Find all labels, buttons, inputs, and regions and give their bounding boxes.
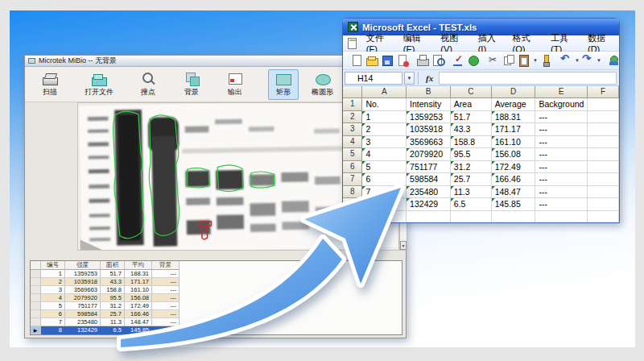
column-header-0[interactable]: 编号 — [41, 261, 65, 270]
table-cell[interactable]: --- — [152, 286, 180, 294]
cell-D6[interactable]: 172.49 — [492, 161, 536, 174]
column-header-D[interactable]: D — [492, 86, 536, 98]
cell-C4[interactable]: 158.8 — [451, 136, 492, 149]
cell-B3[interactable]: 1035918 — [407, 123, 451, 136]
cell-F10[interactable] — [588, 211, 619, 223]
undo-dropdown-icon[interactable]: ▼ — [575, 58, 580, 63]
column-header-3[interactable]: 平均 — [125, 261, 152, 270]
research-icon[interactable] — [467, 54, 481, 67]
cell-D7[interactable]: 166.46 — [492, 173, 536, 186]
format-painter-icon[interactable] — [539, 54, 553, 67]
table-cell[interactable]: 3 — [41, 286, 65, 294]
table-cell[interactable]: --- — [152, 302, 180, 310]
cell-B1[interactable]: Intensity — [407, 98, 451, 111]
row-selector-cell[interactable] — [31, 310, 41, 318]
table-cell[interactable]: 6 — [41, 310, 65, 318]
cell-C2[interactable]: 51.7 — [451, 111, 492, 124]
toolbar-button-search-point[interactable]: 搜点 — [133, 69, 163, 100]
scrollbar-down-arrow-icon[interactable]: ▼ — [400, 241, 407, 250]
toolbar-button-output[interactable]: 输出 — [220, 69, 250, 100]
table-cell[interactable]: 2079920 — [65, 294, 101, 302]
row-selector-cell[interactable] — [31, 270, 41, 278]
cell-A3[interactable]: 2 — [362, 123, 407, 136]
table-cell[interactable]: 1035918 — [65, 278, 101, 286]
spelling-icon[interactable] — [452, 54, 465, 67]
save-icon[interactable] — [381, 54, 394, 67]
cell-B5[interactable]: 2079920 — [407, 148, 451, 161]
cell-D2[interactable]: 188.31 — [492, 111, 536, 124]
paste-dropdown-icon[interactable]: ▼ — [533, 58, 538, 63]
cell-F2[interactable] — [588, 111, 619, 124]
undo-icon[interactable] — [559, 54, 573, 67]
table-row[interactable]: 723548011.3148.47--- — [31, 318, 402, 326]
table-row[interactable]: 33569663158.8161.10--- — [31, 286, 402, 294]
table-cell[interactable]: 7 — [41, 318, 65, 326]
row-header-10[interactable]: 10 — [343, 211, 362, 223]
cell-E8[interactable]: --- — [535, 186, 587, 199]
cell-A8[interactable]: 7 — [362, 186, 407, 199]
table-row[interactable]: 575117731.2172.49--- — [31, 302, 402, 310]
cell-A7[interactable]: 6 — [362, 173, 407, 186]
cell-E7[interactable]: --- — [535, 173, 587, 186]
cell-E5[interactable]: --- — [535, 148, 587, 161]
cell-F5[interactable] — [588, 148, 619, 161]
new-icon[interactable] — [350, 54, 364, 67]
table-cell[interactable]: 95.5 — [101, 294, 125, 302]
cell-C8[interactable]: 11.3 — [451, 186, 492, 199]
cell-F9[interactable] — [588, 198, 619, 211]
cell-D5[interactable]: 156.08 — [492, 148, 536, 161]
cell-A5[interactable]: 4 — [362, 148, 407, 161]
toolbar-button-open-file[interactable]: 打开文件 — [78, 69, 120, 100]
cell-D1[interactable]: Average — [492, 98, 536, 111]
row-selector-cell[interactable] — [31, 278, 41, 286]
table-cell[interactable]: 2 — [41, 278, 65, 286]
cell-E6[interactable]: --- — [535, 161, 587, 174]
table-cell[interactable]: 11.3 — [101, 318, 125, 326]
cell-F3[interactable] — [588, 123, 619, 136]
cell-C3[interactable]: 43.3 — [451, 123, 492, 136]
cell-A6[interactable]: 5 — [362, 161, 407, 174]
cell-F7[interactable] — [588, 173, 619, 186]
table-cell[interactable]: 158.8 — [101, 286, 125, 294]
cell-F8[interactable] — [588, 186, 619, 199]
cell-B6[interactable]: 751177 — [407, 161, 451, 174]
row-selector-cell[interactable]: ▶ — [31, 326, 41, 334]
column-header-B[interactable]: B — [407, 86, 451, 98]
print-preview-icon[interactable] — [431, 54, 445, 67]
cell-B7[interactable]: 598584 — [407, 173, 451, 186]
cell-C9[interactable]: 6.5 — [451, 198, 492, 211]
table-row[interactable]: 4207992095.5156.08--- — [31, 294, 402, 302]
cell-E9[interactable]: --- — [535, 198, 587, 211]
row-header-4[interactable]: 4 — [343, 136, 362, 149]
row-header-3[interactable]: 3 — [343, 123, 362, 136]
select-all-corner[interactable] — [343, 86, 362, 98]
table-cell[interactable]: 132429 — [65, 326, 101, 334]
table-row[interactable]: 1135925351.7188.31--- — [31, 270, 402, 278]
table-row[interactable]: 659858425.7166.46--- — [31, 310, 402, 318]
cell-D4[interactable]: 161.10 — [492, 136, 536, 149]
cell-C6[interactable]: 31.2 — [451, 161, 492, 174]
row-selector-cell[interactable] — [31, 302, 41, 310]
table-cell[interactable]: 31.2 — [101, 302, 125, 310]
table-cell[interactable]: 8 — [41, 326, 65, 334]
table-cell[interactable]: 145.85 — [125, 326, 152, 334]
cell-D8[interactable]: 148.47 — [492, 186, 536, 199]
shared-icon[interactable] — [608, 54, 620, 67]
table-cell[interactable]: 188.31 — [125, 270, 152, 278]
cell-C1[interactable]: Area — [451, 98, 492, 111]
cell-C7[interactable]: 25.7 — [451, 173, 492, 186]
table-cell[interactable]: 161.10 — [125, 286, 152, 294]
table-cell[interactable]: --- — [152, 326, 180, 334]
name-box-dropdown-icon[interactable]: ▼ — [404, 72, 415, 85]
column-header-2[interactable]: 面积 — [101, 261, 125, 270]
column-header-4[interactable]: 背景 — [152, 261, 180, 270]
cell-F6[interactable] — [588, 161, 619, 174]
open-icon[interactable] — [365, 54, 379, 67]
column-header-C[interactable]: C — [451, 86, 492, 98]
row-header-5[interactable]: 5 — [343, 148, 362, 161]
row-header-7[interactable]: 7 — [343, 173, 362, 186]
column-header-E[interactable]: E — [535, 86, 587, 98]
name-box[interactable]: H14 — [345, 72, 402, 85]
row-selector-cell[interactable] — [31, 294, 41, 302]
column-header-1[interactable]: 强度 — [65, 261, 101, 270]
